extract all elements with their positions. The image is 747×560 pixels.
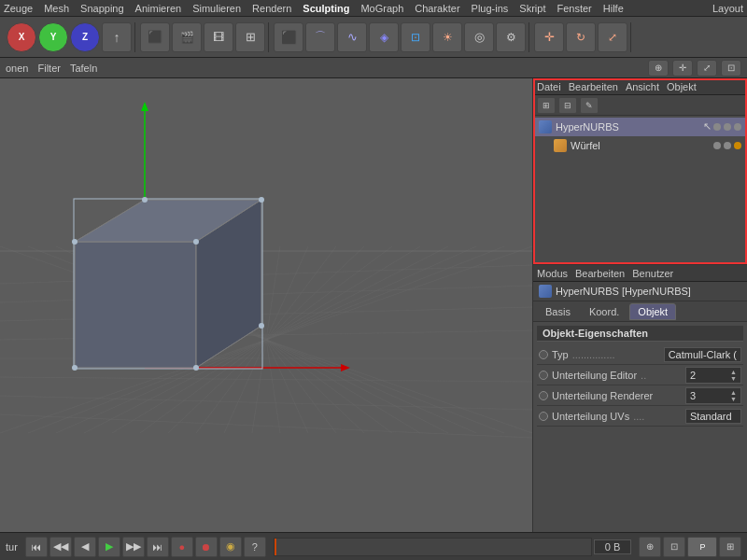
toolbar2-tafeln[interactable]: Tafeln (70, 63, 97, 74)
timeline-ruler[interactable] (274, 538, 592, 556)
transport-next[interactable]: ▶▶ (122, 537, 145, 557)
menu-mesh[interactable]: Mesh (44, 3, 69, 14)
toolbar-scene-btn[interactable]: ☀ (432, 22, 462, 52)
menu-rendern[interactable]: Rendern (252, 3, 291, 14)
menu-fenster[interactable]: Fenster (557, 3, 591, 14)
toolbar-view-btn3[interactable]: 🎞 (204, 22, 233, 52)
attr-object-icon (539, 285, 552, 298)
menu-skript[interactable]: Skript (519, 3, 545, 14)
btm-rt-btn2[interactable]: ⊡ (663, 537, 685, 557)
attr-spinner-editor[interactable]: ▲ ▼ (730, 369, 737, 382)
toolbar-rotate-btn[interactable]: ↻ (566, 22, 596, 52)
attr-spinner-renderer[interactable]: ▲ ▼ (730, 389, 737, 402)
menu-sculpting[interactable]: Sculpting (303, 3, 349, 14)
attr-radio-typ[interactable] (539, 350, 548, 359)
menu-charakter[interactable]: Charakter (415, 3, 459, 14)
toolbar2-nav-btn3[interactable]: ⤢ (697, 60, 717, 77)
attr-tabs: Basis Koord. Objekt (533, 301, 747, 322)
attr-tab-objekt[interactable]: Objekt (629, 303, 676, 320)
attr-label-uvs: Unterteilung UVs .... (539, 411, 682, 422)
attr-value-uvs[interactable]: Standard (685, 409, 741, 424)
attr-header-modus[interactable]: Modus (537, 268, 568, 279)
transport-record2[interactable]: ⏺ (195, 537, 218, 557)
obj-header-bearbeiten[interactable]: Bearbeiten (569, 81, 618, 92)
attr-manager: Modus Bearbeiten Benutzer HyperNURBS [Hy… (533, 265, 747, 532)
bottom-right-btns: ⊕ ⊡ P ⊞ (639, 537, 741, 557)
toolbar2-nav-btn1[interactable]: ⊕ (648, 60, 669, 77)
svg-point-48 (193, 365, 199, 371)
attr-radio-renderer[interactable] (539, 391, 548, 400)
toolbar-spline-btn[interactable]: ∿ (337, 22, 367, 52)
arrow-up-editor[interactable]: ▲ (730, 369, 737, 375)
btm-rt-btn3[interactable]: P (687, 537, 717, 557)
arrow-down-editor[interactable]: ▼ (730, 375, 737, 382)
viewport[interactable]: 40 50 60 70 80 90 100 0 B (0, 78, 532, 532)
transport-prev-frame[interactable]: ◀◀ (49, 537, 72, 557)
attr-radio-uvs[interactable] (539, 412, 548, 421)
toolbar-x-btn[interactable]: X (7, 22, 36, 52)
toolbar-view-btn4[interactable]: ⊞ (235, 22, 265, 52)
toolbar-nurbs-btn[interactable]: ⌒ (305, 22, 335, 52)
attr-value-renderer[interactable]: 3 ▲ ▼ (685, 387, 741, 404)
timeline-playhead[interactable] (275, 539, 276, 555)
attr-label-typ: Typ ............... (539, 349, 660, 360)
obj-header-ansicht[interactable]: Ansicht (626, 81, 659, 92)
obj-header-datei[interactable]: Datei (537, 81, 561, 92)
transport-record[interactable]: ● (171, 537, 193, 557)
obj-toolbar-btn3[interactable]: ✎ (580, 97, 599, 114)
toolbar-extra-btn[interactable]: ⚙ (496, 22, 526, 52)
btm-rt-btn4[interactable]: ⊞ (719, 537, 741, 557)
toolbar2-onen[interactable]: onen (6, 63, 28, 74)
toolbar-z-btn[interactable]: Z (70, 22, 100, 52)
attr-radio-editor[interactable] (539, 371, 548, 380)
attr-dots-uvs: .... (633, 411, 644, 422)
toolbar-y-btn[interactable]: Y (38, 22, 68, 52)
obj-header-objekt[interactable]: Objekt (667, 81, 697, 92)
toolbar-gen-btn[interactable]: ◈ (369, 22, 399, 52)
toolbar-world-btn[interactable]: ↑ (102, 22, 132, 52)
transport-prev[interactable]: ◀ (74, 537, 96, 557)
attr-value-typ[interactable]: Catmull-Clark ( (664, 347, 741, 362)
obj-item-wurfel[interactable]: Würfel (535, 136, 745, 155)
menu-zeuge[interactable]: Zeuge (4, 3, 33, 14)
menu-plugins[interactable]: Plug-ins (472, 3, 509, 14)
obj-manager-toolbar: ⊞ ⊟ ✎ (533, 95, 747, 116)
arrow-down-renderer[interactable]: ▼ (730, 396, 737, 402)
transport-help[interactable]: ? (244, 537, 266, 557)
attr-label-renderer-text: Unterteilung Renderer (552, 390, 653, 401)
attr-value-editor[interactable]: 2 ▲ ▼ (685, 367, 741, 384)
toolbar-view-btn1[interactable]: ⬛ (140, 22, 170, 52)
attr-label-renderer: Unterteilung Renderer (539, 390, 682, 401)
transport-start[interactable]: ⏮ (25, 537, 48, 557)
menu-hilfe[interactable]: Hilfe (603, 3, 624, 14)
attr-tab-koord[interactable]: Koord. (581, 303, 627, 320)
obj-item-hypernurbs[interactable]: HyperNURBS ↖ (535, 118, 745, 136)
top-menu-bar: Zeuge Mesh Snapping Animieren Simulieren… (0, 0, 747, 17)
menu-snapping[interactable]: Snapping (80, 3, 124, 14)
transport-play[interactable]: ▶ (98, 537, 120, 557)
toolbar-group-view: ⬛ 🎬 🎞 ⊞ (137, 22, 269, 52)
obj-toolbar-btn1[interactable]: ⊞ (537, 97, 556, 114)
obj-toolbar-btn2[interactable]: ⊟ (558, 97, 577, 114)
toolbar2-nav-btn4[interactable]: ⊡ (721, 60, 741, 77)
menu-simulieren[interactable]: Simulieren (192, 3, 241, 14)
btm-rt-btn1[interactable]: ⊕ (639, 537, 661, 557)
attr-header-benutzer[interactable]: Benutzer (632, 268, 673, 279)
svg-point-49 (142, 197, 148, 203)
transport-end[interactable]: ⏭ (147, 537, 169, 557)
toolbar2-filter[interactable]: Filter (37, 63, 60, 74)
toolbar-cube-btn[interactable]: ⬛ (274, 22, 303, 52)
attr-header-bearbeiten[interactable]: Bearbeiten (575, 268, 625, 279)
toolbar-view-btn2[interactable]: 🎬 (172, 22, 202, 52)
toolbar-camera-btn[interactable]: ◎ (464, 22, 494, 52)
dot-2 (724, 123, 731, 131)
transport-record3[interactable]: ◉ (219, 537, 242, 557)
toolbar-move-btn[interactable]: ✛ (534, 22, 564, 52)
toolbar-deform-btn[interactable]: ⊡ (401, 22, 430, 52)
menu-animieren[interactable]: Animieren (135, 3, 182, 14)
toolbar2-nav-btn2[interactable]: ✛ (672, 60, 693, 77)
toolbar-scale-btn[interactable]: ⤢ (598, 22, 627, 52)
menu-mograph[interactable]: MoGraph (360, 3, 403, 14)
attr-tab-basis[interactable]: Basis (537, 303, 579, 320)
arrow-up-renderer[interactable]: ▲ (730, 389, 737, 396)
